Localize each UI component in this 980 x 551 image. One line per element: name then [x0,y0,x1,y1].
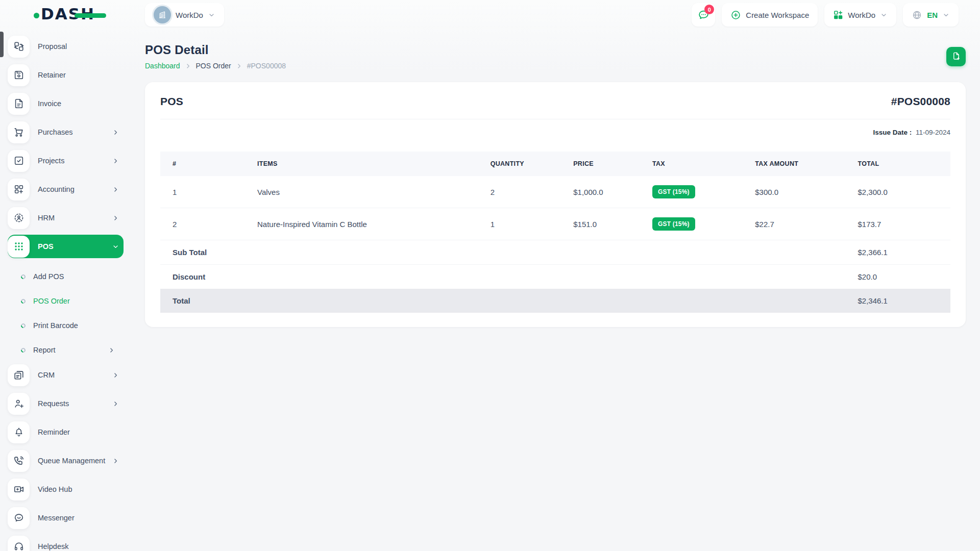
table-row: 2Nature-Inspired Vitamin C Bottle1$151.0… [160,208,950,240]
workspace-avatar [154,6,171,23]
sidebar-item-accounting[interactable]: Accounting [8,178,124,201]
pos-detail-card: POS #POS00008 Issue Date : 11-09-2024 #I… [145,82,966,327]
sidebar-item-pos[interactable]: POS [8,235,124,258]
card-header: POS #POS00008 [160,95,950,108]
sidebar-item-helpdesk[interactable]: Helpdesk [8,535,124,551]
summary-spacer [251,289,851,313]
retainer-icon [8,64,30,86]
sidebar-item-label: POS [38,242,54,251]
page-header: POS Detail Dashboard POS Order #POS00008 [145,43,966,70]
sidebar-subitem-label: Print Barcode [33,321,78,330]
topbar: WorkDo 0 Create Workspace WorkDo EN [131,0,980,30]
sidebar-subitem-label: Add POS [33,272,64,281]
crm-icon [8,364,30,386]
table-cell: Nature-Inspired Vitamin C Bottle [251,208,484,240]
sidebar-item-label: Purchases [38,128,73,136]
summary-row-sub-total: Sub Total$2,366.1 [160,240,950,265]
sidebar-item-label: Video Hub [38,485,72,493]
table-header-row: #ITEMSQUANTITYPRICETAXTAX AMOUNTTOTAL [160,152,950,176]
sidebar-subitem-label: POS Order [33,297,70,305]
summary-spacer [251,240,851,265]
sidebar-item-label: HRM [38,214,55,222]
reminder-icon [8,421,30,443]
chevron-right-icon [112,457,119,465]
table-cell: $2,300.0 [851,176,950,208]
purchases-icon [8,121,30,143]
logo-dot-icon [34,13,39,18]
table-cell: 2 [484,176,568,208]
sidebar-item-messenger[interactable]: Messenger [8,506,124,530]
sidebar-item-label: Proposal [38,42,67,51]
video-icon [8,479,30,500]
sidebar-item-label: Requests [38,399,69,408]
brand-logo[interactable]: DASH [0,0,131,30]
sidebar-item-retainer[interactable]: Retainer [8,63,124,87]
sidebar-subitem-print-barcode[interactable]: Print Barcode [21,313,118,338]
sidebar-item-requests[interactable]: Requests [8,392,124,415]
sidebar-item-label: Reminder [38,428,70,436]
chevron-right-icon [184,62,192,70]
breadcrumb: Dashboard POS Order #POS00008 [145,62,286,70]
requests-icon [8,393,30,415]
breadcrumb-current: #POS00008 [247,62,286,70]
workspace-selector[interactable]: WorkDo [145,3,224,27]
sidebar-subitem-add-pos[interactable]: Add POS [21,264,118,289]
building-icon [157,10,167,20]
sidebar-nav: ProposalRetainerInvoicePurchasesProjects… [0,30,131,551]
sidebar: ProposalRetainerInvoicePurchasesProjects… [0,30,131,551]
tax-cell: GST (15%) [646,176,749,208]
table-cell: 1 [484,208,568,240]
invoice-icon [8,93,30,115]
sidebar-item-hrm[interactable]: HRM [8,206,124,230]
summary-value: $20.0 [851,265,950,289]
sidebar-item-label: Helpdesk [38,542,68,550]
chevron-right-icon [112,371,119,379]
summary-row-total: Total$2,346.1 [160,289,950,313]
page-title: POS Detail [145,43,286,57]
sidebar-item-label: Projects [38,157,64,165]
sidebar-item-proposal[interactable]: Proposal [8,35,124,58]
file-plus-icon [951,52,961,61]
sidebar-item-invoice[interactable]: Invoice [8,92,124,115]
chevron-right-icon [112,186,119,193]
summary-label: Total [160,289,251,313]
plus-circle-icon [730,10,741,20]
chevron-down-icon [112,243,119,251]
sidebar-item-queue-management[interactable]: Queue Management [8,449,124,472]
table-row: 1Valves2$1,000.0GST (15%)$300.0$2,300.0 [160,176,950,208]
card-title: POS [160,95,183,108]
bullet-icon [20,298,27,305]
issue-date-label: Issue Date : [873,129,912,136]
sidebar-subitem-label: Report [33,346,56,354]
language-selector[interactable]: EN [903,3,959,27]
export-pos-button[interactable] [946,47,966,66]
sidebar-subitem-pos-order[interactable]: POS Order [21,289,118,313]
sidebar-item-label: Accounting [38,185,75,193]
messages-button[interactable]: 0 [692,3,715,27]
sidebar-item-video-hub[interactable]: Video Hub [8,478,124,501]
workdo-menu-label: WorkDo [848,11,875,19]
notification-badge: 0 [704,5,714,14]
hrm-icon [8,207,30,229]
sidebar-item-purchases[interactable]: Purchases [8,120,124,144]
table-cell: $1,000.0 [567,176,646,208]
chevron-right-icon [108,346,118,354]
sidebar-item-crm[interactable]: CRM [8,363,124,387]
helpdesk-icon [8,536,30,551]
summary-value: $2,346.1 [851,289,950,313]
create-workspace-button[interactable]: Create Workspace [722,3,818,27]
workdo-menu-button[interactable]: WorkDo [824,3,896,27]
accounting-icon [8,179,30,201]
breadcrumb-pos-order-link[interactable]: POS Order [196,62,231,70]
sidebar-item-projects[interactable]: Projects [8,149,124,172]
logo-bar-icon [75,13,106,18]
sidebar-item-reminder[interactable]: Reminder [8,420,124,444]
table-cell: 1 [160,176,251,208]
summary-row-discount: Discount$20.0 [160,265,950,289]
tax-badge: GST (15%) [652,217,695,231]
proposal-icon [8,36,30,58]
breadcrumb-dashboard-link[interactable]: Dashboard [145,62,180,70]
projects-icon [8,150,30,172]
sidebar-item-label: Queue Management [38,457,105,465]
sidebar-subitem-report[interactable]: Report [21,338,118,362]
